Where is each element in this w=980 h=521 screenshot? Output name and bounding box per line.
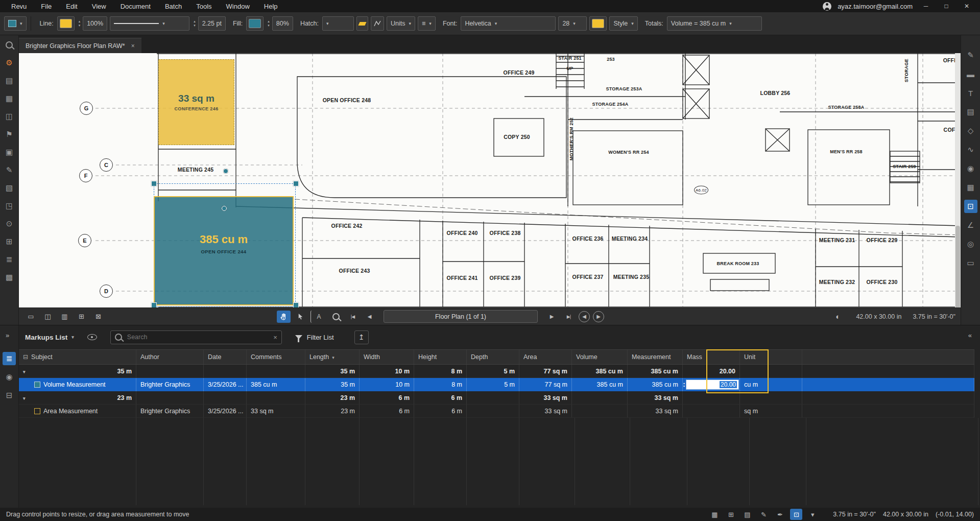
thumbnails-icon[interactable]: ▤ bbox=[3, 74, 16, 87]
studio-icon[interactable]: ◳ bbox=[3, 199, 16, 212]
line-opacity-value[interactable]: 100% bbox=[83, 16, 107, 31]
document-tab[interactable]: Brighter Graphics Floor Plan RAW* bbox=[19, 38, 141, 53]
measurements-icon[interactable]: ≣ bbox=[3, 253, 16, 266]
pen-tool-icon[interactable]: ✎ bbox=[964, 49, 977, 62]
tool-chest-icon[interactable]: ⊞ bbox=[3, 235, 16, 248]
collapse-all-icon[interactable] bbox=[23, 353, 28, 361]
flags-icon[interactable]: ⚑ bbox=[3, 128, 16, 141]
split-view-icon[interactable] bbox=[75, 311, 88, 323]
mass-edit-cell[interactable]: ▴▾ 20.00 bbox=[683, 378, 739, 391]
bookmarks-icon[interactable]: ▦ bbox=[3, 92, 16, 105]
mass-stepper[interactable]: ▴▾ bbox=[683, 382, 685, 388]
style-dropdown[interactable]: Style bbox=[609, 16, 637, 31]
measure-tool-icon[interactable]: ⊡ bbox=[964, 200, 977, 213]
previous-view-icon[interactable] bbox=[579, 311, 590, 322]
comments-icon[interactable]: ▧ bbox=[3, 181, 16, 195]
polyline-tool-icon[interactable]: ∿ bbox=[964, 143, 977, 156]
resize-handle[interactable] bbox=[293, 302, 299, 307]
col-length[interactable]: Length bbox=[305, 350, 360, 364]
page-indicator[interactable]: Floor Plan (1 of 1) bbox=[384, 310, 538, 323]
table-row-area-measurement[interactable]: Area Measurement Brighter Graphics 3/25/… bbox=[19, 405, 974, 418]
highlight-button[interactable] bbox=[356, 16, 368, 31]
calibrate-tool-icon[interactable]: ∠ bbox=[964, 219, 977, 232]
layers-icon[interactable]: ▩ bbox=[3, 271, 16, 284]
grid-toggle-icon[interactable]: ▦ bbox=[708, 509, 721, 520]
document-properties-icon[interactable]: ▤ bbox=[741, 509, 753, 520]
menu-item-revu[interactable]: Revu bbox=[4, 0, 34, 12]
area-measurement-markup[interactable]: 33 sq m CONFERENCE 246 bbox=[158, 59, 234, 145]
first-page-icon[interactable] bbox=[346, 311, 360, 323]
volume-measurement-markup[interactable]: 385 cu m OPEN OFFICE 244 bbox=[154, 196, 294, 305]
document-canvas[interactable]: 33 sq m CONFERENCE 246 385 cu m OPEN OFF… bbox=[19, 53, 961, 307]
line-width-stepper[interactable]: ▴▾ bbox=[194, 19, 196, 28]
group-collapse-icon[interactable] bbox=[23, 394, 26, 401]
menu-item-view[interactable]: View bbox=[85, 0, 113, 12]
col-mass[interactable]: Mass bbox=[683, 350, 740, 364]
menu-item-file[interactable]: File bbox=[34, 0, 59, 12]
line-width-value[interactable]: 2.25 pt bbox=[198, 16, 226, 31]
control-point[interactable] bbox=[223, 169, 228, 174]
stamp-tool-icon[interactable]: ◉ bbox=[964, 162, 977, 175]
previous-page-icon[interactable] bbox=[363, 311, 376, 323]
col-volume[interactable]: Volume bbox=[572, 350, 628, 364]
select-tool-icon[interactable] bbox=[294, 311, 307, 323]
menu-item-help[interactable]: Help bbox=[257, 0, 285, 12]
close-button[interactable]: ✕ bbox=[960, 3, 974, 10]
side-by-side-view-icon[interactable] bbox=[41, 311, 55, 323]
image-tool-icon[interactable]: ▦ bbox=[964, 181, 977, 194]
markup-tools-icon[interactable]: ✎ bbox=[3, 163, 16, 177]
panel-expand-icon[interactable]: » bbox=[6, 331, 9, 339]
links-icon[interactable]: ⊙ bbox=[3, 217, 16, 230]
detach-view-icon[interactable] bbox=[91, 311, 105, 323]
mass-input[interactable]: 20.00 bbox=[686, 380, 739, 390]
select-text-icon[interactable]: A bbox=[310, 311, 326, 323]
fill-opacity-stepper[interactable]: ▴▾ bbox=[268, 19, 270, 28]
highlight-tool-icon[interactable]: ▬ bbox=[964, 67, 977, 81]
continuous-view-icon[interactable] bbox=[58, 311, 71, 323]
signature-panel-icon[interactable]: ✒ bbox=[774, 509, 786, 520]
capture-media-icon[interactable]: ◉ bbox=[3, 370, 16, 384]
shape-tool-icon[interactable]: ◇ bbox=[964, 124, 977, 137]
col-area[interactable]: Area bbox=[519, 350, 572, 364]
font-size-dropdown[interactable]: 28 bbox=[558, 16, 587, 31]
zoom-tool-icon[interactable] bbox=[329, 311, 343, 323]
next-page-icon[interactable] bbox=[545, 311, 559, 323]
fill-opacity-value[interactable]: 80% bbox=[272, 16, 293, 31]
dynamic-fill-icon[interactable]: ⊡ bbox=[790, 509, 802, 520]
document-icon[interactable]: ▣ bbox=[3, 146, 16, 159]
font-color-button[interactable] bbox=[589, 16, 607, 31]
resize-handle[interactable] bbox=[151, 302, 157, 307]
eraser-tool-icon[interactable]: ▭ bbox=[964, 256, 977, 270]
menu-item-tools[interactable]: Tools bbox=[189, 0, 219, 12]
canvas-scrollbar[interactable] bbox=[955, 53, 961, 307]
menu-item-edit[interactable]: Edit bbox=[59, 0, 84, 12]
panel-collapse-icon[interactable]: « bbox=[968, 331, 972, 339]
table-row-volume-measurement[interactable]: Volume Measurement Brighter Graphics 3/2… bbox=[19, 378, 974, 391]
maximize-button[interactable]: □ bbox=[939, 3, 953, 10]
text-tool-icon[interactable]: T bbox=[964, 86, 977, 100]
font-dropdown[interactable]: Helvetica bbox=[461, 16, 556, 31]
table-group-row[interactable]: 35 m 35 m 10 m 8 m 5 m 77 sq m 385 cu m … bbox=[19, 365, 974, 378]
control-point[interactable] bbox=[222, 206, 227, 211]
col-author[interactable]: Author bbox=[136, 350, 204, 364]
hatch-dropdown[interactable] bbox=[322, 16, 354, 31]
col-height[interactable]: Height bbox=[414, 350, 467, 364]
markups-list-icon[interactable]: ≣ bbox=[3, 352, 16, 365]
account-email[interactable]: ayaz.taimoor@gmail.com bbox=[838, 3, 913, 10]
col-depth[interactable]: Depth bbox=[467, 350, 519, 364]
col-date[interactable]: Date bbox=[204, 350, 247, 364]
minimize-button[interactable]: ─ bbox=[919, 3, 933, 10]
resize-handle[interactable] bbox=[293, 181, 299, 186]
search-input[interactable] bbox=[126, 333, 269, 341]
fill-color-button[interactable] bbox=[246, 16, 264, 31]
table-group-row[interactable]: 23 m 23 m 6 m 6 m 33 sq m 33 sq m bbox=[19, 391, 974, 405]
active-tool-dropdown[interactable] bbox=[4, 16, 27, 31]
line-color-button[interactable] bbox=[57, 16, 75, 31]
col-unit[interactable]: Unit bbox=[740, 350, 802, 364]
next-view-icon[interactable] bbox=[593, 311, 604, 322]
dynamic-fill-menu-icon[interactable]: ▾ bbox=[806, 509, 819, 520]
clear-search-icon[interactable] bbox=[273, 334, 277, 341]
properties-icon[interactable]: ⚙ bbox=[3, 56, 16, 69]
markups-list-menu[interactable]: Markups List bbox=[25, 334, 74, 341]
menu-item-window[interactable]: Window bbox=[219, 0, 257, 12]
